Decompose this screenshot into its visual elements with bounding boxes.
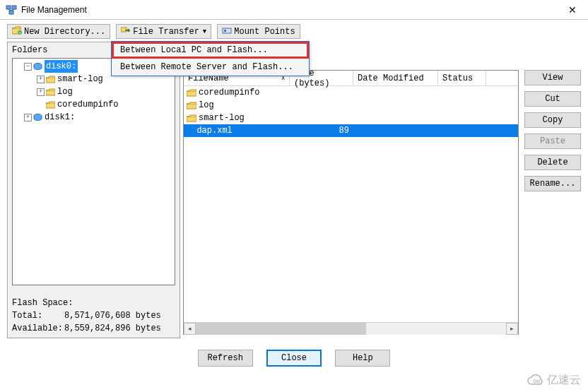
toolbar: + New Directory... File Transfer ▼ Mount… <box>0 20 588 42</box>
drive-icon <box>222 26 232 37</box>
expand-icon[interactable]: + <box>37 76 45 83</box>
window-title: File Management <box>21 5 563 15</box>
cut-button[interactable]: Cut <box>524 91 581 107</box>
menu-local-flash[interactable]: Between Local PC and Flash... <box>112 42 309 59</box>
file-row[interactable]: dap.xml89 <box>184 124 518 137</box>
close-button[interactable]: ✕ <box>563 3 582 17</box>
tree-node-log[interactable]: + log <box>14 85 173 98</box>
flash-space-info: Flash Space: Total:8,571,076,608 bytes A… <box>12 297 175 335</box>
close-dialog-button[interactable]: Close <box>266 350 322 367</box>
folder-icon <box>187 102 196 109</box>
svg-rect-10 <box>224 30 226 32</box>
svg-rect-13 <box>46 90 55 95</box>
scroll-right-icon[interactable]: ▸ <box>506 323 518 335</box>
svg-rect-12 <box>46 78 55 83</box>
disk-icon <box>33 114 42 121</box>
app-icon <box>6 4 17 16</box>
svg-point-20 <box>537 380 540 383</box>
svg-rect-1 <box>12 6 16 9</box>
paste-button[interactable]: Paste <box>524 133 581 149</box>
chevron-down-icon: ▼ <box>203 28 206 35</box>
svg-rect-14 <box>46 103 55 108</box>
delete-button[interactable]: Delete <box>524 155 581 170</box>
watermark: 亿速云 <box>527 373 581 388</box>
folder-row[interactable]: log <box>184 99 518 112</box>
expand-icon[interactable]: + <box>37 88 45 96</box>
copy-button[interactable]: Copy <box>524 112 581 128</box>
file-list[interactable]: FileName∧ Size (bytes) Date Modified Sta… <box>183 70 519 335</box>
transfer-icon <box>121 26 131 37</box>
folder-icon <box>46 88 55 96</box>
column-status[interactable]: Status <box>438 71 486 85</box>
flash-heading: Flash Space: <box>12 297 175 309</box>
svg-rect-2 <box>9 11 13 14</box>
action-buttons: View Cut Copy Paste Delete Rename... <box>524 70 581 335</box>
folder-row[interactable]: coredumpinfo <box>184 86 518 99</box>
column-date[interactable]: Date Modified <box>353 71 438 85</box>
expand-icon[interactable]: + <box>24 114 32 121</box>
svg-rect-17 <box>187 104 196 109</box>
folder-icon <box>46 101 55 109</box>
svg-rect-18 <box>187 117 196 121</box>
file-transfer-button[interactable]: File Transfer ▼ <box>116 24 211 39</box>
svg-rect-16 <box>187 91 196 96</box>
folder-tree[interactable]: − disk0: + smart-log + log coredumpinfo … <box>12 58 175 285</box>
folders-panel: Folders − disk0: + smart-log + log cored… <box>7 42 180 338</box>
bottom-buttons: Refresh Close Help <box>0 338 588 372</box>
menu-remote-flash[interactable]: Between Remote Server and Flash... <box>112 59 309 76</box>
collapse-icon[interactable]: − <box>24 63 32 71</box>
rename-button[interactable]: Rename... <box>524 176 581 191</box>
svg-point-19 <box>534 380 536 383</box>
tree-node-coredump[interactable]: coredumpinfo <box>14 98 173 111</box>
new-directory-button[interactable]: + New Directory... <box>7 24 110 39</box>
view-button[interactable]: View <box>524 70 581 85</box>
svg-rect-9 <box>223 28 231 33</box>
help-button[interactable]: Help <box>335 350 390 367</box>
title-bar: File Management ✕ <box>0 0 588 20</box>
scroll-left-icon[interactable]: ◂ <box>184 323 196 335</box>
svg-rect-0 <box>6 6 11 9</box>
tree-node-disk1[interactable]: + disk1: <box>14 111 173 124</box>
folder-row[interactable]: smart-log <box>184 112 518 124</box>
folder-icon <box>187 114 196 122</box>
refresh-button[interactable]: Refresh <box>198 350 253 367</box>
disk-icon <box>33 63 42 71</box>
mount-points-button[interactable]: Mount Points <box>217 24 300 39</box>
folder-icon <box>46 76 55 83</box>
new-folder-icon: + <box>12 26 22 37</box>
svg-rect-8 <box>121 28 127 32</box>
horizontal-scrollbar[interactable]: ◂ ▸ <box>184 322 518 334</box>
file-transfer-menu: Between Local PC and Flash... Between Re… <box>111 41 310 76</box>
svg-text:+: + <box>18 31 20 35</box>
folder-icon <box>187 89 196 97</box>
scroll-thumb[interactable] <box>196 323 366 335</box>
